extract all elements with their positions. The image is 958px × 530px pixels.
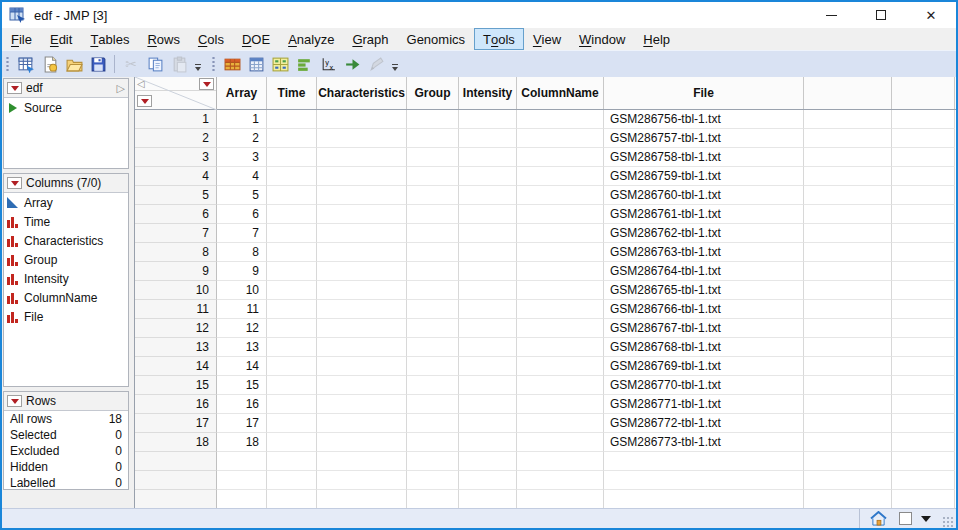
cell[interactable]: 6 xyxy=(217,205,267,224)
row-number[interactable]: 17 xyxy=(135,414,217,433)
fit-y-by-x-button[interactable]: yx xyxy=(316,52,340,76)
column-item-characteristics[interactable]: Characteristics xyxy=(4,231,128,250)
cell[interactable] xyxy=(804,471,892,490)
cell[interactable] xyxy=(317,452,407,471)
cell[interactable] xyxy=(459,395,517,414)
minimize-button[interactable] xyxy=(806,2,856,28)
cell[interactable] xyxy=(407,129,459,148)
cell[interactable] xyxy=(317,319,407,338)
cell[interactable] xyxy=(317,129,407,148)
cell[interactable] xyxy=(407,471,459,490)
cell[interactable] xyxy=(604,452,804,471)
cell[interactable]: GSM286768-tbl-1.txt xyxy=(604,338,804,357)
cell[interactable] xyxy=(892,148,955,167)
cell[interactable]: GSM286772-tbl-1.txt xyxy=(604,414,804,433)
rows-header-menu-button[interactable] xyxy=(137,95,152,107)
cell[interactable] xyxy=(804,148,892,167)
cell[interactable] xyxy=(267,167,317,186)
cell[interactable] xyxy=(317,357,407,376)
row-number[interactable]: 10 xyxy=(135,281,217,300)
cell[interactable] xyxy=(459,224,517,243)
cell[interactable]: 5 xyxy=(217,186,267,205)
cell[interactable]: 10 xyxy=(217,281,267,300)
cell[interactable] xyxy=(317,414,407,433)
cell[interactable] xyxy=(892,224,955,243)
cell[interactable] xyxy=(459,490,517,508)
cell[interactable]: 14 xyxy=(217,357,267,376)
toolbar-drag-handle[interactable] xyxy=(212,56,215,72)
cell[interactable] xyxy=(459,148,517,167)
new-data-table-button[interactable] xyxy=(14,52,38,76)
cell[interactable] xyxy=(267,300,317,319)
cell[interactable] xyxy=(267,243,317,262)
cell[interactable] xyxy=(267,471,317,490)
menu-rows[interactable]: Rows xyxy=(138,28,189,50)
cell[interactable]: GSM286759-tbl-1.txt xyxy=(604,167,804,186)
cell[interactable] xyxy=(317,338,407,357)
cell[interactable] xyxy=(804,490,892,508)
cell[interactable] xyxy=(267,110,317,129)
home-button[interactable] xyxy=(870,511,887,526)
cell[interactable]: 12 xyxy=(217,319,267,338)
cell[interactable] xyxy=(804,357,892,376)
column-item-group[interactable]: Group xyxy=(4,250,128,269)
column-item-columnname[interactable]: ColumnName xyxy=(4,288,128,307)
cell[interactable] xyxy=(407,357,459,376)
cell[interactable]: GSM286763-tbl-1.txt xyxy=(604,243,804,262)
cell[interactable]: 18 xyxy=(217,433,267,452)
cell[interactable] xyxy=(407,224,459,243)
column-header-group[interactable]: Group xyxy=(407,77,459,109)
split-columns-button[interactable] xyxy=(268,52,292,76)
row-number[interactable]: 5 xyxy=(135,186,217,205)
source-script-item[interactable]: Source xyxy=(4,98,128,118)
cell[interactable] xyxy=(459,167,517,186)
cell[interactable] xyxy=(317,471,407,490)
column-header-array[interactable]: Array xyxy=(217,77,267,109)
cell[interactable]: 9 xyxy=(217,262,267,281)
row-number[interactable]: 12 xyxy=(135,319,217,338)
cell[interactable]: 3 xyxy=(217,148,267,167)
cell[interactable] xyxy=(517,262,604,281)
cell[interactable]: 8 xyxy=(217,243,267,262)
cell[interactable] xyxy=(317,110,407,129)
cell[interactable] xyxy=(407,452,459,471)
cell[interactable] xyxy=(217,452,267,471)
cell[interactable]: 15 xyxy=(217,376,267,395)
cell[interactable] xyxy=(804,376,892,395)
cell[interactable] xyxy=(317,490,407,508)
cell[interactable] xyxy=(407,281,459,300)
window-box-button[interactable] xyxy=(899,512,912,525)
cell[interactable] xyxy=(517,281,604,300)
cell[interactable] xyxy=(407,395,459,414)
cell[interactable] xyxy=(517,319,604,338)
menu-view[interactable]: View xyxy=(524,28,570,50)
cell[interactable] xyxy=(804,167,892,186)
cell[interactable] xyxy=(804,319,892,338)
cell[interactable] xyxy=(407,490,459,508)
cell[interactable]: GSM286761-tbl-1.txt xyxy=(604,205,804,224)
cell[interactable] xyxy=(892,376,955,395)
cell[interactable] xyxy=(892,338,955,357)
run-script-button[interactable] xyxy=(340,52,364,76)
cell[interactable] xyxy=(517,338,604,357)
cell[interactable] xyxy=(892,129,955,148)
cell[interactable] xyxy=(459,262,517,281)
cell[interactable] xyxy=(517,376,604,395)
row-number[interactable]: 3 xyxy=(135,148,217,167)
cell[interactable] xyxy=(267,338,317,357)
cell[interactable] xyxy=(407,148,459,167)
row-number[interactable]: 1 xyxy=(135,110,217,129)
cell[interactable] xyxy=(459,186,517,205)
cell[interactable] xyxy=(804,205,892,224)
cell[interactable] xyxy=(407,433,459,452)
cell[interactable]: GSM286756-tbl-1.txt xyxy=(604,110,804,129)
rows-menu-button[interactable] xyxy=(7,395,22,407)
cell[interactable] xyxy=(317,224,407,243)
cell[interactable]: GSM286764-tbl-1.txt xyxy=(604,262,804,281)
column-item-file[interactable]: File xyxy=(4,307,128,326)
column-header-characteristics[interactable]: Characteristics xyxy=(317,77,407,109)
cell[interactable] xyxy=(517,129,604,148)
close-button[interactable]: ✕ xyxy=(906,2,956,28)
cell[interactable] xyxy=(892,300,955,319)
cell[interactable] xyxy=(407,262,459,281)
